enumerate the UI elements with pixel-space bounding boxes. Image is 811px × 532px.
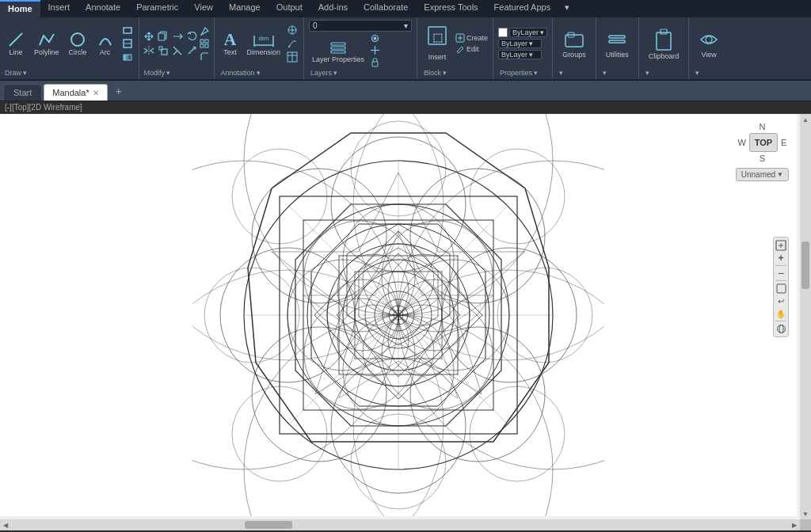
zoom-in-button[interactable]: + <box>775 253 787 264</box>
gradient-button[interactable] <box>120 51 135 63</box>
block-extra: Create Edit <box>455 33 488 54</box>
zoom-window-button[interactable] <box>775 283 787 294</box>
tab-manage[interactable]: Manage <box>221 0 268 17</box>
compass-unnamed-dropdown[interactable]: Unnamed ▼ <box>736 168 789 181</box>
hatch-button[interactable] <box>120 37 135 50</box>
layers-group-label[interactable]: Layers▾ <box>309 68 412 78</box>
edit-block-button[interactable]: Edit <box>455 44 488 54</box>
doc-tab-start[interactable]: Start <box>3 84 42 101</box>
layer-freeze-button[interactable] <box>369 45 380 56</box>
svg-point-47 <box>706 36 712 43</box>
erase-button[interactable] <box>200 25 211 36</box>
utilities-button[interactable]: Utilities <box>601 28 634 60</box>
text-button[interactable]: A Text <box>219 28 242 59</box>
tab-parametric[interactable]: Parametric <box>128 0 186 17</box>
tab-addins[interactable]: Add-ins <box>310 0 356 17</box>
h-scroll-left[interactable]: ◀ <box>0 519 11 530</box>
zoom-extents-button[interactable] <box>775 240 787 251</box>
doc-tab-close[interactable]: ✕ <box>93 89 99 97</box>
layers-tools: 0 ▾ Layer Properties <box>309 19 412 68</box>
color-dropdown[interactable]: ByLayer▾ <box>509 28 547 37</box>
svg-line-12 <box>173 51 177 55</box>
h-scroll-thumb[interactable] <box>245 521 292 529</box>
layers-group: 0 ▾ Layer Properties <box>304 17 417 79</box>
copy-button[interactable] <box>157 30 169 43</box>
extend-button[interactable] <box>185 44 198 57</box>
modify-group-label[interactable]: Modify▾ <box>143 68 211 78</box>
scale-button[interactable] <box>157 44 169 57</box>
draw-extra-tools <box>120 24 135 63</box>
circle-button[interactable]: Circle <box>65 28 91 59</box>
rotate-button[interactable] <box>185 30 198 43</box>
v-scroll-thumb[interactable] <box>801 241 809 289</box>
tab-annotate[interactable]: Annotate <box>78 0 128 17</box>
tab-expresstools[interactable]: Express Tools <box>416 0 485 17</box>
layer-buttons-row: Layer Properties <box>309 33 412 68</box>
fillet-icon <box>200 51 210 62</box>
view-button[interactable]: View <box>694 28 724 60</box>
view-label-bar[interactable]: ▾ <box>694 68 724 78</box>
annotation-group-label[interactable]: Annotation▾ <box>219 68 299 78</box>
lineweight-dropdown[interactable]: ByLayer▾ <box>498 50 542 59</box>
tab-insert[interactable]: Insert <box>40 0 78 17</box>
color-swatch <box>498 28 508 37</box>
h-scroll-right[interactable]: ▶ <box>789 519 800 530</box>
dimension-icon: dim <box>252 31 276 48</box>
view-tools: View <box>694 19 724 68</box>
leader-button[interactable] <box>286 37 299 50</box>
linetype-dropdown[interactable]: ByLayer▾ <box>498 39 542 48</box>
dimension-button[interactable]: dim Dimension <box>244 28 284 59</box>
zoom-previous-button[interactable]: ↩ <box>775 295 787 306</box>
v-scroll-track <box>800 125 811 508</box>
rectangle-button[interactable] <box>120 24 135 36</box>
groups-label-bar[interactable]: ▾ <box>558 68 591 78</box>
scrollbar-corner <box>800 519 811 530</box>
table-button[interactable] <box>286 51 299 63</box>
text-icon: A <box>224 31 237 48</box>
tab-featuredapps[interactable]: Featured Apps <box>486 0 559 17</box>
tab-extra[interactable]: ▾ <box>558 0 576 17</box>
utilities-tools: Utilities <box>601 19 634 68</box>
polyline-button[interactable]: Polyline <box>30 28 63 59</box>
orbit-button[interactable] <box>775 323 787 334</box>
utilities-label-bar[interactable]: ▾ <box>601 68 634 78</box>
v-scrollbar[interactable]: ▲ ▼ <box>800 114 811 519</box>
center-mark-button[interactable] <box>286 24 299 36</box>
properties-group-label[interactable]: Properties▾ <box>498 68 547 78</box>
v-scroll-up[interactable]: ▲ <box>800 114 811 125</box>
layer-on-button[interactable] <box>369 33 380 44</box>
zoom-bar-divider <box>775 265 786 266</box>
stretch-button[interactable] <box>171 30 184 43</box>
line-button[interactable]: Line <box>3 28 29 59</box>
arc-button[interactable]: Arc <box>93 28 118 59</box>
doc-tab-add-button[interactable]: + <box>109 82 128 101</box>
canvas-background[interactable] <box>0 114 797 516</box>
draw-group-label[interactable]: Draw▾ <box>3 68 135 78</box>
move-button[interactable] <box>143 30 155 43</box>
groups-button[interactable]: Groups <box>558 28 591 60</box>
tab-home[interactable]: Home <box>0 0 40 17</box>
trim-button[interactable] <box>171 44 184 57</box>
layer-dropdown[interactable]: 0 ▾ <box>309 20 412 32</box>
view-compass: N W TOP E S Unnamed ▼ <box>736 122 789 181</box>
layer-properties-button[interactable]: Layer Properties <box>309 36 367 65</box>
v-scroll-down[interactable]: ▼ <box>800 508 811 519</box>
clipboard-label-bar[interactable]: ▾ <box>644 68 684 78</box>
pan-button[interactable]: ✋ <box>775 308 787 319</box>
compass-top-button[interactable]: TOP <box>749 133 778 152</box>
h-scrollbar[interactable]: ◀ ▶ <box>0 519 800 530</box>
layer-lock-button[interactable] <box>369 57 380 68</box>
compass-north: N <box>759 122 765 131</box>
fillet-button[interactable] <box>200 51 211 62</box>
tab-collaborate[interactable]: Collaborate <box>356 0 416 17</box>
tab-output[interactable]: Output <box>268 0 310 17</box>
zoom-out-button[interactable]: − <box>775 268 787 279</box>
doc-tab-mandala[interactable]: Mandala* ✕ <box>44 84 107 101</box>
insert-button[interactable]: ⬚ Insert <box>422 24 452 63</box>
create-block-button[interactable]: Create <box>455 33 488 43</box>
clipboard-button[interactable]: Clipboard <box>644 26 684 62</box>
array-button[interactable] <box>200 38 211 49</box>
mirror-button[interactable] <box>143 44 155 57</box>
block-group-label[interactable]: Block▾ <box>422 68 488 78</box>
tab-view[interactable]: View <box>186 0 221 17</box>
